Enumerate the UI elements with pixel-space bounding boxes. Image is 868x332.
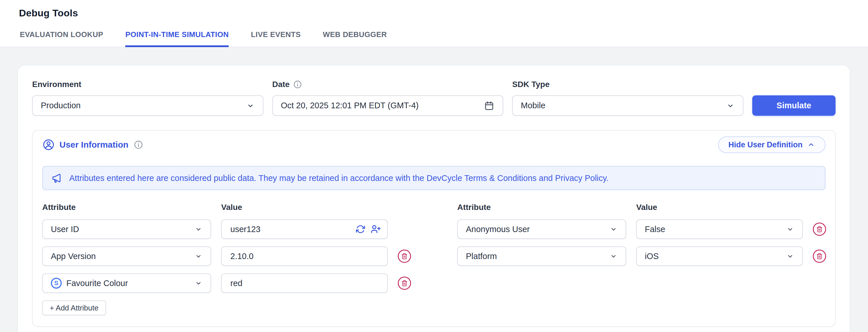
app-version-value-input[interactable] (221, 246, 388, 266)
delete-attribute-button[interactable] (813, 222, 826, 236)
user-plus-icon[interactable] (371, 224, 381, 234)
attribute-name: Platform (466, 251, 497, 261)
attribute-select-favourite-colour[interactable]: S Favourite Colour (42, 273, 211, 293)
chevron-down-icon (786, 252, 794, 260)
simulation-controls: Environment Production Date Oct 20, 2025 (32, 80, 836, 116)
refresh-icon[interactable] (355, 224, 365, 234)
attribute-select-platform[interactable]: Platform (457, 246, 626, 266)
attributes-left-column: Attribute Value User ID (42, 203, 411, 315)
simulate-button[interactable]: Simulate (752, 95, 836, 116)
attribute-name: User ID (51, 224, 79, 234)
value-column-header: Value (221, 203, 388, 212)
user-circle-icon (42, 139, 55, 151)
attributes-right-column: Attribute Value Anonymous User (457, 203, 826, 315)
tab-web-debugger[interactable]: WEB DEBUGGER (323, 30, 387, 47)
tab-live-events[interactable]: LIVE EVENTS (251, 30, 301, 47)
environment-label: Environment (32, 80, 264, 89)
hide-user-definition-label: Hide User Definition (728, 141, 803, 149)
attribute-select-user-id[interactable]: User ID (42, 219, 211, 239)
platform-value-select[interactable]: iOS (636, 246, 803, 266)
attribute-name: Anonymous User (466, 224, 530, 234)
user-information-title: User Information (59, 140, 128, 150)
info-icon[interactable] (293, 80, 302, 89)
trash-icon (816, 226, 823, 233)
string-type-icon: S (51, 278, 62, 289)
page-header: Debug Tools EVALUATION LOOKUP POINT-IN-T… (0, 0, 868, 47)
date-field-group: Date Oct 20, 2025 12:01 PM EDT (GMT-4) (272, 80, 503, 116)
tab-point-in-time-simulation[interactable]: POINT-IN-TIME SIMULATION (125, 30, 229, 47)
sdk-type-label: SDK Type (512, 80, 743, 89)
trash-icon (816, 253, 823, 260)
info-icon[interactable] (133, 140, 143, 150)
tab-evaluation-lookup[interactable]: EVALUATION LOOKUP (20, 30, 103, 47)
chevron-down-icon (194, 252, 203, 260)
attribute-row-platform: Platform iOS (457, 246, 826, 266)
sdk-type-select[interactable]: Mobile (512, 95, 743, 116)
hide-user-definition-button[interactable]: Hide User Definition (718, 137, 826, 153)
attribute-column-header: Attribute (42, 203, 211, 212)
chevron-up-icon (807, 141, 815, 149)
attribute-select-app-version[interactable]: App Version (42, 246, 211, 266)
simulation-card: Environment Production Date Oct 20, 2025 (18, 65, 849, 332)
public-data-notice: Attributes entered here are considered p… (42, 166, 826, 190)
anonymous-user-value-select[interactable]: False (636, 219, 803, 239)
favourite-colour-value-input[interactable] (221, 273, 388, 293)
user-information-section: User Information Hide User Definition (32, 130, 836, 327)
sdk-type-field-group: SDK Type Mobile (512, 80, 743, 116)
chevron-down-icon (726, 101, 735, 110)
sdk-type-value: Mobile (521, 101, 545, 110)
page-content: Environment Production Date Oct 20, 2025 (0, 47, 868, 332)
date-label: Date (272, 80, 290, 89)
add-attribute-button[interactable]: + Add Attribute (42, 300, 106, 315)
value-column-header: Value (636, 203, 803, 212)
delete-attribute-button[interactable] (398, 277, 411, 290)
public-data-notice-text: Attributes entered here are considered p… (69, 174, 609, 183)
left-column-headers: Attribute Value (42, 203, 411, 212)
tab-bar: EVALUATION LOOKUP POINT-IN-TIME SIMULATI… (20, 30, 868, 47)
chevron-down-icon (610, 225, 618, 233)
user-information-title-row: User Information (42, 139, 143, 151)
user-id-value-wrap (221, 219, 388, 239)
delete-attribute-button[interactable] (398, 249, 411, 263)
date-label-row: Date (272, 80, 503, 89)
delete-attribute-button[interactable] (813, 249, 826, 263)
date-value: Oct 20, 2025 12:01 PM EDT (GMT-4) (281, 101, 419, 110)
app-version-value-wrap (221, 246, 388, 266)
right-column-headers: Attribute Value (457, 203, 826, 212)
chevron-down-icon (194, 279, 203, 287)
attribute-row-app-version: App Version (42, 246, 411, 266)
date-input[interactable]: Oct 20, 2025 12:01 PM EDT (GMT-4) (272, 95, 503, 116)
calendar-icon[interactable] (484, 100, 495, 111)
user-information-header: User Information Hide User Definition (42, 137, 826, 153)
environment-select[interactable]: Production (32, 95, 264, 116)
attribute-row-anonymous-user: Anonymous User False (457, 219, 826, 239)
environment-value: Production (41, 101, 81, 110)
value-text: False (645, 224, 665, 234)
favourite-colour-value-wrap (221, 273, 388, 293)
attribute-row-favourite-colour: S Favourite Colour (42, 273, 411, 293)
attributes-grid: Attribute Value User ID (42, 203, 826, 315)
page-title: Debug Tools (0, 0, 868, 19)
attribute-name: App Version (51, 251, 96, 261)
chevron-down-icon (194, 225, 203, 233)
chevron-down-icon (786, 225, 794, 233)
chevron-down-icon (610, 252, 618, 260)
attribute-select-anonymous-user[interactable]: Anonymous User (457, 219, 626, 239)
trash-icon (401, 253, 408, 260)
attribute-name: Favourite Colour (66, 279, 128, 288)
user-id-input-icons (355, 219, 381, 239)
chevron-down-icon (246, 101, 255, 110)
environment-field-group: Environment Production (32, 80, 264, 116)
attribute-column-header: Attribute (457, 203, 626, 212)
attribute-row-user-id: User ID (42, 219, 411, 239)
trash-icon (401, 280, 408, 286)
value-text: iOS (645, 251, 659, 261)
megaphone-icon (51, 172, 63, 184)
